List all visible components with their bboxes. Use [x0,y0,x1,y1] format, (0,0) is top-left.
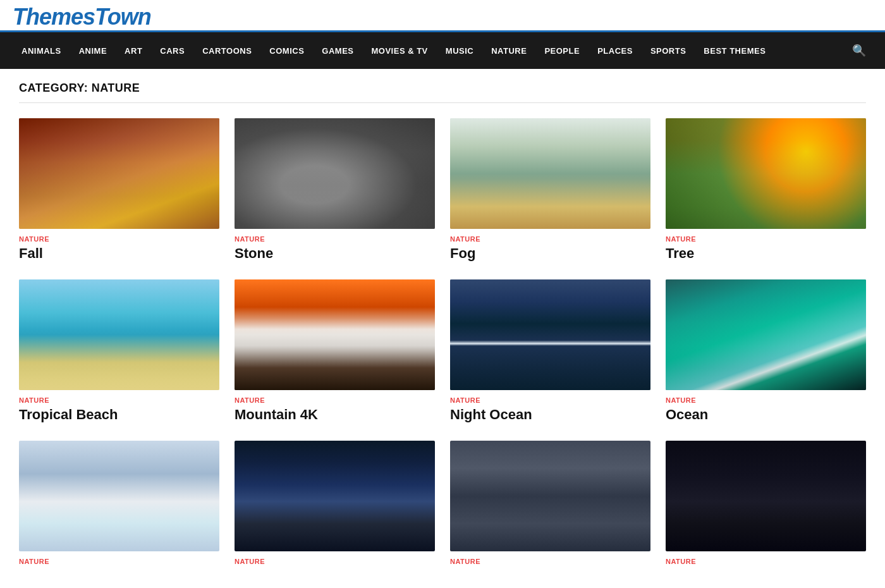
card-image [235,441,435,551]
card-category-label: NATURE [666,235,866,243]
nav-item-nature[interactable]: NATURE [482,35,535,67]
card-item[interactable]: NATURE [19,441,219,568]
card-image [235,118,435,229]
nav-item-games[interactable]: GAMES [313,35,362,67]
nav-item-animals[interactable]: ANIMALS [13,35,70,67]
card-thumbnail [235,441,435,551]
card-category-label: NATURE [235,235,435,243]
card-image [235,279,435,390]
card-title: Night Ocean [450,407,650,423]
card-title: Fall [19,245,219,262]
content-area: CATEGORY: NATURE NATURE Fall NATURE Ston… [0,69,885,580]
nav-item-people[interactable]: PEOPLE [535,35,589,67]
card-thumbnail [235,118,435,229]
card-thumbnail [19,441,219,551]
card-item[interactable]: NATURE Ocean [666,279,866,423]
card-thumbnail [666,441,866,551]
card-title: Tree [666,245,866,262]
card-thumbnail [235,279,435,390]
card-item[interactable]: NATURE [666,441,866,568]
card-title: Fog [450,245,650,262]
card-image [450,279,650,390]
card-title: Stone [235,245,435,262]
cards-grid: NATURE Fall NATURE Stone NATURE Fog NATU… [19,118,866,568]
nav-item-music[interactable]: MUSIC [437,35,482,67]
nav-item-anime[interactable]: ANIME [70,35,116,67]
card-item[interactable]: NATURE Fall [19,118,219,262]
main-nav: ANIMALSANIMEARTCARSCARTOONSCOMICSGAMESMO… [0,32,885,69]
card-category-label: NATURE [19,558,219,565]
card-item[interactable]: NATURE Tree [666,118,866,262]
site-logo[interactable]: ThemesTown [13,4,151,30]
card-item[interactable]: NATURE Fog [450,118,650,262]
card-image [450,441,650,551]
card-thumbnail [450,118,650,229]
card-category-label: NATURE [450,558,650,565]
nav-item-places[interactable]: PLACES [589,35,642,67]
card-category-label: NATURE [666,558,866,565]
card-image [666,118,866,229]
card-thumbnail [450,441,650,551]
card-image [19,441,219,551]
nav-item-cars[interactable]: CARS [151,35,193,67]
card-image [450,118,650,229]
card-category-label: NATURE [235,558,435,565]
card-thumbnail [19,279,219,390]
card-thumbnail [19,118,219,229]
nav-item-art[interactable]: ART [116,35,151,67]
card-item[interactable]: NATURE Mountain 4K [235,279,435,423]
card-title: Tropical Beach [19,407,219,423]
search-icon[interactable]: 🔍 [846,32,872,69]
card-image [666,279,866,390]
nav-item-movies---tv[interactable]: MOVIES & TV [363,35,437,67]
card-item[interactable]: NATURE [450,441,650,568]
nav-item-cartoons[interactable]: CARTOONS [193,35,260,67]
card-item[interactable]: NATURE Stone [235,118,435,262]
card-category-label: NATURE [19,396,219,404]
card-image [19,118,219,229]
card-item[interactable]: NATURE [235,441,435,568]
card-image [19,279,219,390]
page-title: CATEGORY: NATURE [19,82,866,103]
card-image [666,441,866,551]
card-title: Mountain 4K [235,407,435,423]
card-thumbnail [450,279,650,390]
card-item[interactable]: NATURE Night Ocean [450,279,650,423]
card-title: Ocean [666,407,866,423]
card-thumbnail [666,279,866,390]
nav-item-best-themes[interactable]: BEST THEMES [695,35,774,67]
card-thumbnail [666,118,866,229]
card-category-label: NATURE [450,235,650,243]
card-category-label: NATURE [19,235,219,243]
nav-item-sports[interactable]: SPORTS [642,35,695,67]
card-category-label: NATURE [235,396,435,404]
nav-item-comics[interactable]: COMICS [260,35,313,67]
logo-bar: ThemesTown [0,0,885,32]
card-category-label: NATURE [450,396,650,404]
card-category-label: NATURE [666,396,866,404]
card-item[interactable]: NATURE Tropical Beach [19,279,219,423]
